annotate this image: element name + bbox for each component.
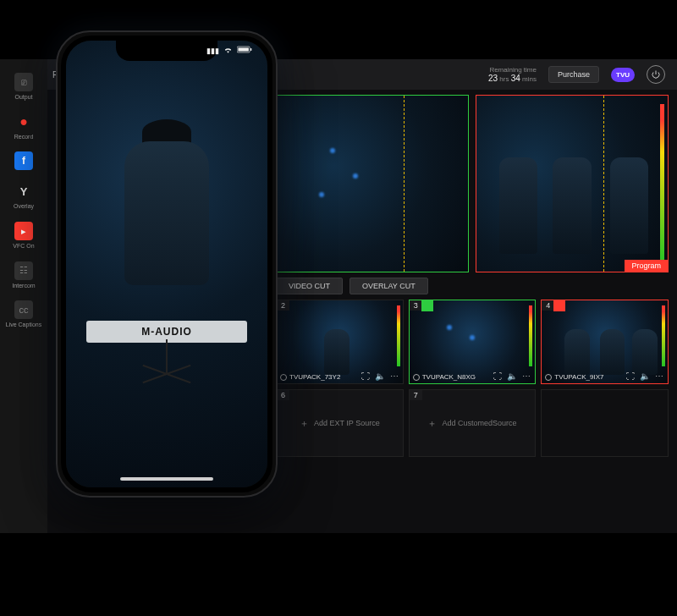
rail-label-output: Output [0, 94, 47, 101]
source-slot-6[interactable]: 6 ＋ Add EXT IP Source [276, 389, 404, 457]
plus-icon: ＋ [300, 417, 309, 430]
battery-icon [237, 46, 252, 55]
source-3-tools: ⛶ 🔈 ⋯ [493, 371, 531, 381]
rail-item-record[interactable]: ● Record [0, 113, 47, 140]
source-3-number: 3 [410, 300, 422, 311]
rail-item-facebook[interactable]: f [0, 151, 47, 170]
play-icon: ▸ [14, 222, 33, 240]
source-4-name: TVUPACK_9IX7 [545, 373, 603, 381]
signal-icon: ▮▮▮ [206, 47, 219, 55]
rail-item-output[interactable]: ⎚ Output [0, 73, 47, 101]
rail-item-intercom[interactable]: ☷ Intercom [0, 261, 47, 289]
left-rail: ⎚ Output ● Record f Y Overlay ▸ VFC On ☷… [0, 59, 47, 533]
expand-icon[interactable]: ⛶ [493, 371, 503, 381]
record-icon: ● [14, 113, 33, 131]
intercom-icon: ☷ [14, 261, 33, 280]
svg-rect-2 [250, 48, 251, 51]
expand-icon[interactable]: ⛶ [625, 371, 636, 381]
source-grid: 2 TVUPACK_73Y2 ⛶ 🔈 ⋯ 3 TVUPACK_N8XG ⛶ 🔈 [276, 300, 669, 457]
source-slot-7[interactable]: 7 ＋ Add CustomedSource [409, 389, 537, 457]
expand-icon[interactable]: ⛶ [361, 371, 371, 381]
phone-notch [116, 41, 217, 61]
svg-rect-1 [238, 47, 248, 51]
remaining-time: Remaining time 23 hrs 34 mins [488, 66, 537, 84]
source-4-tools: ⛶ 🔈 ⋯ [625, 371, 664, 381]
rail-label-intercom: Intercom [0, 283, 47, 289]
y-icon: Y [14, 182, 33, 201]
program-tag: Program [625, 260, 668, 272]
cut-bar: VIDEO CUT OVERLAY CUT [276, 278, 669, 294]
home-indicator [120, 477, 213, 481]
captions-icon: cc [14, 300, 33, 319]
source-2-tools: ⛶ 🔈 ⋯ [361, 371, 399, 381]
facebook-icon: f [14, 151, 33, 170]
preview-video [277, 96, 468, 272]
purchase-button[interactable]: Purchase [548, 66, 599, 83]
phone-screen: M-AUDIO [66, 41, 267, 487]
source-4-live-indicator [553, 300, 565, 311]
phone-mockup: M-AUDIO ▮▮▮ [56, 30, 278, 498]
preview-program-row: Program [276, 95, 669, 272]
source-2-number: 2 [277, 300, 289, 311]
overlay-cut-button[interactable]: OVERLAY CUT [350, 278, 428, 294]
more-icon[interactable]: ⋯ [654, 371, 664, 381]
speaker-icon[interactable]: 🔈 [375, 371, 385, 381]
more-icon[interactable]: ⋯ [521, 371, 531, 381]
source-slot-3[interactable]: 3 TVUPACK_N8XG ⛶ 🔈 ⋯ [409, 300, 537, 384]
wifi-icon [223, 46, 233, 55]
program-panel[interactable]: Program [476, 95, 669, 272]
source-7-number: 7 [410, 390, 422, 400]
source-6-label: Add EXT IP Source [314, 419, 380, 427]
power-button[interactable] [647, 65, 665, 84]
speaker-icon[interactable]: 🔈 [507, 371, 517, 381]
remaining-mins-unit: mins [522, 75, 537, 83]
source-2-name: TVUPACK_73Y2 [280, 373, 340, 381]
source-3-name: TVUPACK_N8XG [413, 373, 476, 381]
musician-illustration: M-AUDIO [103, 119, 230, 373]
source-slot-blank [541, 389, 669, 457]
vu-meter [397, 305, 400, 366]
vu-meter [660, 104, 664, 263]
remaining-mins: 34 [511, 74, 520, 83]
video-cut-button[interactable]: VIDEO CUT [276, 278, 343, 294]
rail-label-captions: Live Captions [0, 322, 47, 328]
more-icon[interactable]: ⋯ [389, 371, 399, 381]
rail-label-record: Record [0, 134, 47, 140]
rail-label-overlay: Overlay [0, 203, 47, 210]
program-video [476, 96, 668, 272]
source-slot-4[interactable]: 4 TVUPACK_9IX7 ⛶ 🔈 ⋯ [541, 300, 669, 384]
rail-label-vfc: VFC On [0, 243, 47, 250]
rail-item-vfc[interactable]: ▸ VFC On [0, 222, 47, 250]
output-icon: ⎚ [14, 73, 33, 91]
vu-meter [529, 305, 532, 366]
preview-panel[interactable] [276, 95, 469, 272]
remaining-caption: Remaining time [488, 66, 537, 74]
source-7-label: Add CustomedSource [442, 419, 516, 427]
source-6-number: 6 [277, 390, 289, 400]
remaining-hrs-unit: hrs [499, 75, 509, 83]
source-3-live-indicator [421, 300, 433, 311]
plus-icon: ＋ [427, 417, 437, 430]
vu-meter [662, 305, 665, 366]
rail-item-y[interactable]: Y Overlay [0, 182, 47, 210]
brand-badge[interactable]: TVU [611, 68, 635, 82]
rail-item-captions[interactable]: cc Live Captions [0, 300, 47, 328]
speaker-icon[interactable]: 🔈 [640, 371, 650, 381]
phone-bezel: M-AUDIO ▮▮▮ [61, 36, 272, 492]
power-icon [651, 69, 661, 80]
source-4-number: 4 [542, 300, 554, 311]
phone-status-bar: ▮▮▮ [206, 46, 252, 55]
source-slot-2[interactable]: 2 TVUPACK_73Y2 ⛶ 🔈 ⋯ [276, 300, 404, 384]
remaining-hrs: 23 [488, 74, 498, 83]
